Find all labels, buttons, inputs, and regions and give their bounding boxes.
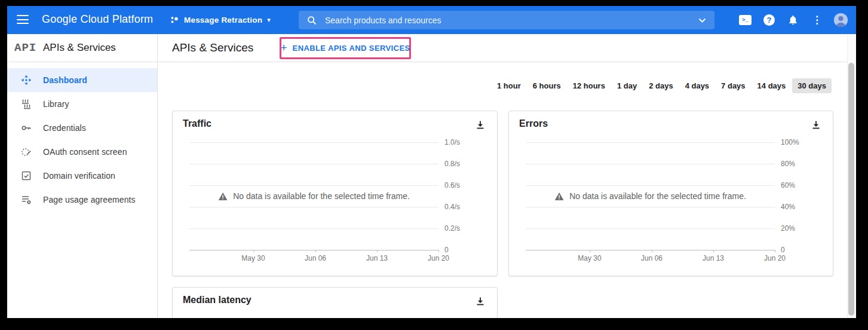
project-selector[interactable]: Message Retraction ▾ xyxy=(170,13,271,28)
time-range-selector: 1 hour 6 hours 12 hours 1 day 2 days 4 d… xyxy=(490,78,832,93)
project-icon xyxy=(170,16,179,25)
oauth-consent-icon xyxy=(20,146,32,157)
x-tick-label: Jun 06 xyxy=(305,254,326,262)
top-app-bar: Google Cloud Platform Message Retraction… xyxy=(7,6,856,34)
plus-icon: + xyxy=(280,42,287,53)
x-tick-label: Jun 13 xyxy=(366,254,388,262)
browser-viewport: Google Cloud Platform Message Retraction… xyxy=(7,6,856,318)
enable-apis-button-label: ENABLE APIS AND SERVICES xyxy=(293,44,410,53)
sidebar-item-label: Dashboard xyxy=(43,75,87,85)
cloud-shell-icon[interactable]: >_ xyxy=(738,13,753,28)
sidebar-item-dashboard[interactable]: Dashboard xyxy=(7,68,157,92)
y-tick-label: 20% xyxy=(781,224,795,233)
sidebar-item-label: Page usage agreements xyxy=(43,195,136,204)
download-icon[interactable] xyxy=(810,119,822,131)
no-data-message: No data is available for the selected ti… xyxy=(554,191,746,201)
x-tick-label: May 30 xyxy=(241,254,265,262)
time-range-option[interactable]: 6 hours xyxy=(527,78,566,93)
search-input[interactable] xyxy=(324,15,698,26)
api-logo: API xyxy=(14,41,36,54)
sidebar-item-oauth-consent-screen[interactable]: OAuth consent screen xyxy=(7,140,157,164)
x-tick-label: Jun 20 xyxy=(428,254,449,262)
traffic-plot-area: 1.0/s 0.8/s 0.6/s 0.4/s 0.2/s 0 May 30 J… xyxy=(189,142,438,250)
download-icon[interactable] xyxy=(474,119,486,131)
dashboard-icon xyxy=(20,75,32,85)
key-icon xyxy=(20,123,32,133)
search-bar[interactable] xyxy=(299,11,714,29)
sidebar-item-domain-verification[interactable]: Domain verification xyxy=(7,164,157,188)
y-tick-label: 0.4/s xyxy=(444,203,460,211)
avatar[interactable] xyxy=(833,13,848,28)
more-vert-icon[interactable]: ⋮ xyxy=(809,13,824,28)
time-range-option-selected[interactable]: 30 days xyxy=(792,78,832,93)
page-header: API APIs & Services APIs & Services + EN… xyxy=(7,34,856,62)
errors-card: Errors 100% 80% 60% 40% 20% 0 May 30 Jun… xyxy=(508,111,833,276)
sidebar-item-label: Library xyxy=(43,99,69,109)
y-tick-label: 0.2/s xyxy=(444,224,460,233)
chart-title: Errors xyxy=(519,118,548,129)
caret-down-icon: ▾ xyxy=(267,17,271,23)
x-tick-label: Jun 13 xyxy=(703,254,724,262)
no-data-message: No data is available for the selected ti… xyxy=(218,191,410,201)
brand-title: Google Cloud Platform xyxy=(42,13,153,26)
time-range-option[interactable]: 1 hour xyxy=(492,78,526,93)
page-title: APIs & Services xyxy=(172,41,253,54)
enable-apis-button-annotated[interactable]: + ENABLE APIS AND SERVICES xyxy=(280,37,411,59)
y-tick-label: 60% xyxy=(781,181,795,190)
warning-icon xyxy=(218,192,227,200)
y-tick-label: 40% xyxy=(781,203,795,211)
y-tick-label: 0.6/s xyxy=(444,181,460,190)
list-gear-icon xyxy=(20,194,32,205)
x-tick-label: May 30 xyxy=(578,254,601,262)
sidebar-item-page-usage-agreements[interactable]: Page usage agreements xyxy=(7,188,157,212)
download-icon[interactable] xyxy=(474,295,486,307)
sidebar-divider xyxy=(157,34,158,318)
chevron-down-icon[interactable] xyxy=(698,18,706,23)
x-tick-label: Jun 06 xyxy=(641,254,662,262)
menu-icon[interactable] xyxy=(17,15,29,25)
y-tick-label: 1.0/s xyxy=(444,138,460,146)
time-range-option[interactable]: 12 hours xyxy=(568,78,611,93)
notifications-bell-icon[interactable] xyxy=(786,13,800,28)
sidebar-nav: Dashboard Library Credentials xyxy=(7,62,157,318)
warning-icon xyxy=(554,192,563,200)
traffic-card: Traffic 1.0/s 0.8/s 0.6/s 0.4/s 0.2/s 0 … xyxy=(172,111,498,276)
sidebar-item-label: Credentials xyxy=(43,123,86,133)
vertical-scrollbar[interactable] xyxy=(847,34,855,318)
sidebar-item-label: OAuth consent screen xyxy=(43,147,127,157)
median-latency-card: Median latency xyxy=(172,287,498,318)
chart-title: Traffic xyxy=(183,118,211,129)
help-icon[interactable]: ? xyxy=(762,13,777,28)
time-range-option[interactable]: 4 days xyxy=(680,78,714,93)
time-range-option[interactable]: 14 days xyxy=(752,78,792,93)
y-tick-label: 100% xyxy=(781,138,799,146)
checkbox-icon xyxy=(20,170,32,181)
sidebar-title: APIs & Services xyxy=(43,42,116,54)
search-icon xyxy=(307,16,317,25)
scrollbar-thumb[interactable] xyxy=(848,63,854,316)
errors-plot-area: 100% 80% 60% 40% 20% 0 May 30 Jun 06 Jun… xyxy=(526,142,775,250)
time-range-option[interactable]: 7 days xyxy=(716,78,750,93)
sidebar-item-library[interactable]: Library xyxy=(7,92,157,116)
x-tick-label: Jun 20 xyxy=(764,254,786,262)
project-name: Message Retraction xyxy=(184,16,262,25)
time-range-option[interactable]: 2 days xyxy=(643,78,678,93)
y-tick-label: 0 xyxy=(781,246,785,254)
sidebar-item-credentials[interactable]: Credentials xyxy=(7,116,157,140)
sidebar-item-label: Domain verification xyxy=(43,171,115,181)
y-tick-label: 0.8/s xyxy=(444,160,460,168)
topbar-actions: >_ ? ⋮ xyxy=(738,6,848,34)
library-icon xyxy=(20,99,32,109)
time-range-option[interactable]: 1 day xyxy=(612,78,642,93)
y-tick-label: 80% xyxy=(781,160,795,168)
chart-title: Median latency xyxy=(183,295,251,305)
y-tick-label: 0 xyxy=(444,246,449,254)
